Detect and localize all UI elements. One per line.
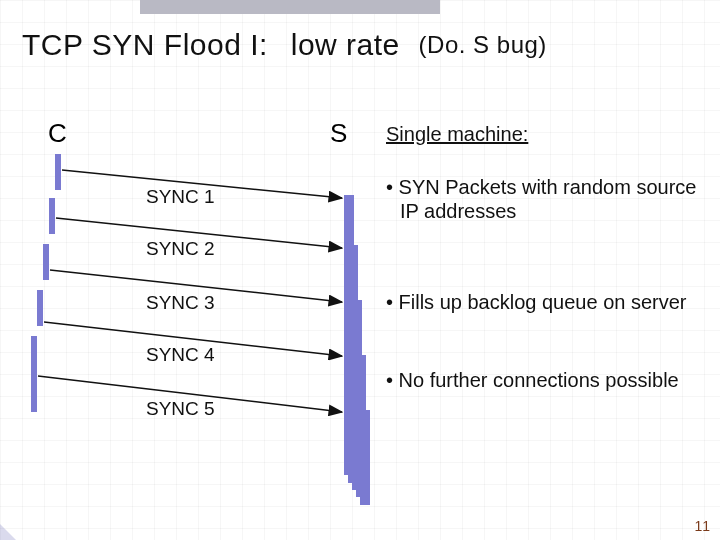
syn-label-3: SYNC 3 xyxy=(146,292,215,314)
bullet-2: • Fills up backlog queue on server xyxy=(386,290,710,314)
syn-label-5: SYNC 5 xyxy=(146,398,215,420)
title-part-1: TCP SYN Flood I: xyxy=(22,28,268,61)
title-part-3: (Do. S bug) xyxy=(419,31,547,58)
slide-title: TCP SYN Flood I: low rate (Do. S bug) xyxy=(22,28,547,62)
page-number: 11 xyxy=(694,518,710,534)
syn-label-4: SYNC 4 xyxy=(146,344,215,366)
corner-decoration xyxy=(0,524,16,540)
bullet-1: • SYN Packets with random source IP addr… xyxy=(386,175,710,223)
syn-label-2: SYNC 2 xyxy=(146,238,215,260)
bullet-3: • No further connections possible xyxy=(386,368,710,392)
decorative-top-bar xyxy=(140,0,440,14)
server-label: S xyxy=(330,118,347,149)
title-part-2: low rate xyxy=(291,28,400,61)
bullet-heading: Single machine: xyxy=(386,123,696,146)
client-label: C xyxy=(48,118,67,149)
syn-label-1: SYNC 1 xyxy=(146,186,215,208)
